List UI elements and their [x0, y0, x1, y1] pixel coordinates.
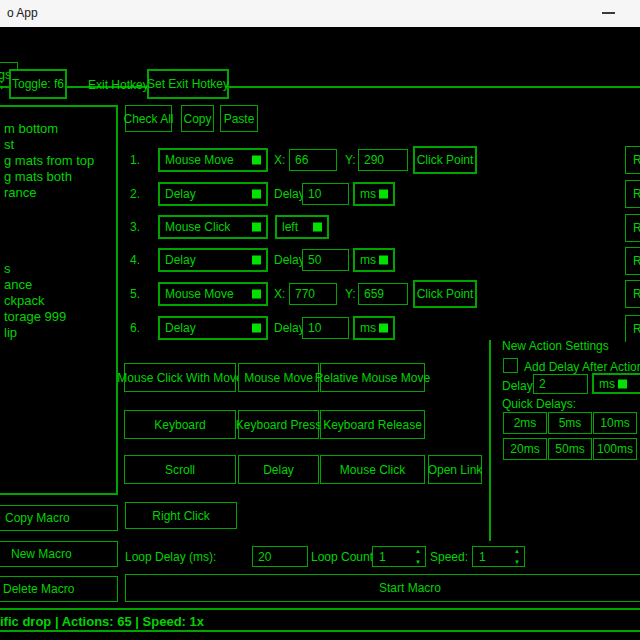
action-row-number: 5. [130, 287, 140, 301]
loop-delay-label: Loop Delay (ms): [125, 550, 216, 564]
dropdown-indicator-icon [252, 256, 261, 265]
dropdown-indicator-icon [252, 223, 261, 232]
list-item[interactable]: rance [4, 185, 37, 200]
open-link-button[interactable]: Open Link [428, 455, 482, 484]
list-item[interactable]: st [4, 137, 14, 152]
window-title: o App [7, 6, 38, 20]
y-label: Y: [345, 287, 356, 301]
new-macro-button[interactable]: New Macro [0, 541, 118, 567]
macro-listbox[interactable]: m bottom st g mats from top g mats both … [0, 105, 118, 495]
paste-button[interactable]: Paste [220, 105, 258, 132]
add-delay-checkbox[interactable] [503, 358, 518, 373]
dropdown-indicator-icon [379, 324, 388, 333]
remove-action-button[interactable]: R [625, 247, 640, 275]
unit-dropdown[interactable]: ms [353, 248, 395, 272]
delay-input[interactable] [302, 249, 349, 271]
list-item[interactable]: g mats from top [4, 153, 94, 168]
action-type-dropdown[interactable]: Delay [158, 182, 268, 206]
scroll-button[interactable]: Scroll [124, 455, 236, 484]
stepper-up-icon[interactable]: ▲ [514, 548, 520, 554]
dropdown-indicator-icon [379, 256, 388, 265]
remove-action-button[interactable]: R [625, 214, 640, 242]
mouse-button-dropdown[interactable]: left [275, 215, 329, 239]
action-type-dropdown[interactable]: Delay [158, 248, 268, 272]
status-text: ific drop | Actions: 65 | Speed: 1x [0, 614, 204, 629]
set-exit-hotkey-button[interactable]: Set Exit Hotkey [147, 69, 229, 99]
delete-macro-button[interactable]: Delete Macro [0, 576, 118, 602]
minimize-icon[interactable] [602, 12, 615, 14]
loop-count-stepper[interactable]: 1 ▲ ▼ [372, 546, 426, 567]
x-input[interactable] [289, 149, 337, 171]
speed-stepper[interactable]: 1 ▲ ▼ [472, 546, 525, 567]
delay-input[interactable] [302, 183, 349, 205]
click-point-button[interactable]: Click Point [413, 146, 477, 174]
relative-mouse-move-button[interactable]: Relative Mouse Move [320, 363, 425, 392]
start-macro-button[interactable]: Start Macro [125, 574, 640, 602]
action-type-dropdown[interactable]: Mouse Click [158, 215, 268, 239]
remove-action-button[interactable]: R [625, 280, 640, 308]
dropdown-indicator-icon [313, 223, 322, 232]
action-type-dropdown[interactable]: Mouse Move [158, 282, 268, 306]
unit-dropdown[interactable]: ms [353, 316, 395, 340]
loop-count-label: Loop Count: [311, 550, 376, 564]
copy-macro-button[interactable]: Copy Macro [0, 505, 118, 531]
list-item[interactable]: g mats both [4, 169, 72, 184]
settings-unit-dropdown[interactable]: ms [592, 373, 640, 394]
y-input[interactable] [358, 283, 408, 305]
quick-delay-50ms-button[interactable]: 50ms [548, 438, 592, 460]
add-delay-label: Add Delay After Action [524, 360, 640, 374]
unit-dropdown[interactable]: ms [353, 182, 395, 206]
quick-delay-2ms-button[interactable]: 2ms [503, 412, 547, 434]
action-type-dropdown[interactable]: Delay [158, 316, 268, 340]
mouse-move-button[interactable]: Mouse Move [238, 363, 319, 392]
delay-label: Delay [274, 321, 305, 335]
mouse-click-with-move-button[interactable]: Mouse Click With Move [124, 363, 236, 392]
list-item[interactable]: lip [4, 325, 17, 340]
right-click-button[interactable]: Right Click [125, 502, 237, 529]
list-item[interactable]: s [4, 261, 11, 276]
action-type-dropdown[interactable]: Mouse Move [158, 148, 268, 172]
dropdown-indicator-icon [618, 379, 627, 388]
list-item[interactable]: torage 999 [4, 309, 66, 324]
delay-label: Delay [274, 187, 305, 201]
dropdown-indicator-icon [252, 290, 261, 299]
list-item[interactable]: m bottom [4, 121, 58, 136]
mouse-click-button[interactable]: Mouse Click [320, 455, 425, 484]
loop-delay-input[interactable] [252, 546, 308, 567]
toggle-hotkey-button[interactable]: Toggle: f6 [9, 69, 67, 99]
settings-delay-label: Delay: [502, 379, 536, 393]
quick-delay-5ms-button[interactable]: 5ms [548, 412, 592, 434]
remove-action-button[interactable]: R [625, 146, 640, 174]
check-all-button[interactable]: Check All [125, 105, 172, 132]
action-row-number: 2. [130, 187, 140, 201]
keyboard-button[interactable]: Keyboard [124, 410, 236, 439]
stepper-up-icon[interactable]: ▲ [415, 548, 421, 554]
hotkey-label-fragment: : [0, 78, 3, 92]
quick-delay-10ms-button[interactable]: 10ms [593, 412, 637, 434]
x-input[interactable] [289, 283, 337, 305]
stepper-down-icon[interactable]: ▼ [514, 559, 520, 565]
keyboard-press-button[interactable]: Keyboard Press [238, 410, 319, 439]
menu-strip: gs [0, 27, 640, 60]
y-input[interactable] [358, 149, 408, 171]
action-list-region[interactable]: Check All Copy Paste 1. Mouse Move X: Y:… [120, 100, 640, 342]
dropdown-indicator-icon [252, 156, 261, 165]
status-bar: ific drop | Actions: 65 | Speed: 1x [0, 608, 640, 632]
delay-button[interactable]: Delay [238, 455, 319, 484]
delay-input[interactable] [302, 317, 349, 339]
list-item[interactable]: ckpack [4, 293, 44, 308]
settings-delay-input[interactable] [533, 374, 588, 394]
stepper-down-icon[interactable]: ▼ [415, 559, 421, 565]
copy-button[interactable]: Copy [181, 105, 214, 132]
click-point-button[interactable]: Click Point [413, 280, 477, 308]
panel-divider [489, 340, 491, 541]
remove-action-button[interactable]: R [625, 180, 640, 208]
delay-label: Delay [274, 253, 305, 267]
quick-delay-20ms-button[interactable]: 20ms [503, 438, 547, 460]
dropdown-indicator-icon [379, 190, 388, 199]
quick-delay-100ms-button[interactable]: 100ms [593, 438, 637, 460]
list-item[interactable]: ance [4, 277, 32, 292]
remove-action-button[interactable]: R [625, 315, 640, 342]
exit-hotkey-label: Exit Hotkey: [88, 78, 152, 92]
keyboard-release-button[interactable]: Keyboard Release [320, 410, 425, 439]
